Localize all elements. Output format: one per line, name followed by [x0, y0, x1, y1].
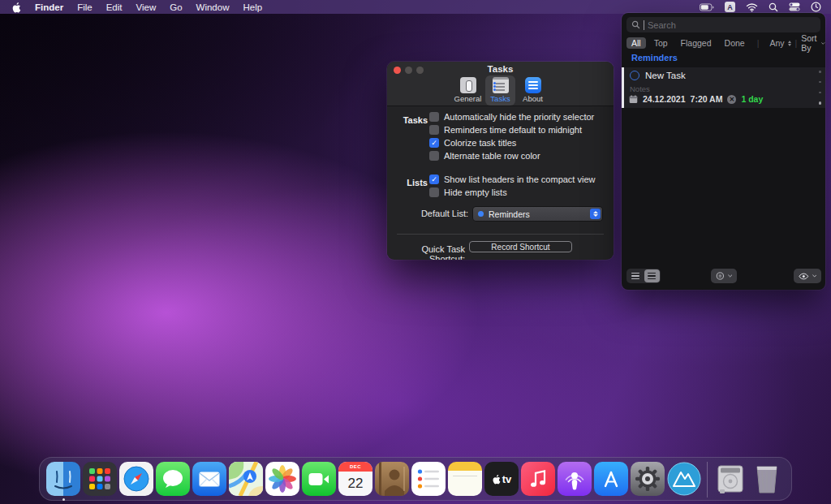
sort-by-button[interactable]: Sort By — [801, 33, 825, 53]
detailed-list-view-button[interactable] — [644, 269, 661, 282]
speech-bubble-icon — [162, 469, 183, 489]
checkbox[interactable] — [429, 187, 439, 197]
priority-dot[interactable] — [819, 101, 822, 105]
input-source-icon[interactable]: A — [725, 2, 735, 13]
priority-dot[interactable] — [819, 71, 821, 73]
tab-tasks[interactable]: Tasks — [485, 75, 515, 106]
video-camera-icon — [308, 472, 329, 486]
dock-music[interactable] — [521, 462, 555, 496]
task-notes-placeholder[interactable]: Notes — [630, 84, 650, 93]
checkbox[interactable] — [429, 174, 439, 184]
any-selector[interactable]: Any — [769, 38, 790, 48]
search-icon — [631, 20, 640, 29]
dock-maps[interactable] — [229, 462, 263, 496]
dock-calendar[interactable]: DEC 22 — [338, 462, 372, 496]
dock-finder[interactable] — [46, 462, 80, 496]
list-header-reminders[interactable]: Reminders — [631, 53, 678, 62]
selection-indicator — [622, 67, 624, 108]
task-row[interactable]: New Task Notes 24.12.2021 7:20 AM ✕ 1 da… — [622, 67, 825, 108]
dock-reminders[interactable] — [411, 462, 446, 496]
option-label: Hide empty lists — [444, 187, 507, 197]
filter-separator: | — [795, 38, 798, 48]
apple-menu-icon[interactable] — [11, 2, 21, 13]
sort-by-label: Sort By — [801, 33, 819, 53]
dock-tv[interactable]: tv — [484, 462, 519, 496]
control-center-icon[interactable] — [789, 2, 800, 13]
menu-window[interactable]: Window — [196, 2, 230, 12]
filter-flagged[interactable]: Flagged — [676, 37, 717, 49]
dock-mail[interactable] — [192, 462, 226, 496]
dock-hard-drive[interactable] — [713, 462, 747, 496]
checkbox[interactable] — [429, 125, 439, 135]
maps-icon — [229, 462, 263, 496]
select-stepper-icon — [590, 209, 601, 219]
option-time-midnight[interactable]: Reminders time default to midnight — [429, 125, 582, 135]
option-colorize-titles[interactable]: Colorize task titles — [429, 138, 516, 148]
apple-logo-icon — [492, 474, 501, 485]
dock-contacts[interactable] — [375, 462, 409, 496]
menu-view[interactable]: View — [136, 2, 157, 12]
menu-edit[interactable]: Edit — [106, 2, 123, 12]
menu-file[interactable]: File — [77, 2, 93, 12]
desktop: Finder File Edit View Go Window Help A — [0, 0, 831, 504]
priority-selector[interactable] — [819, 71, 822, 105]
filter-done[interactable]: Done — [720, 37, 750, 49]
dock-messages[interactable] — [156, 462, 190, 496]
list-icon — [631, 273, 639, 280]
option-hide-priority[interactable]: Automatically hide the priority selector — [429, 112, 594, 122]
menu-app-name[interactable]: Finder — [35, 2, 63, 12]
tasks-icon — [493, 77, 509, 93]
dock-photos[interactable] — [265, 462, 299, 496]
battery-icon[interactable] — [700, 2, 714, 13]
tv-label: tv — [502, 473, 512, 485]
dock-launchpad[interactable] — [83, 462, 117, 496]
spotlight-icon[interactable] — [769, 2, 778, 13]
window-titlebar[interactable]: Tasks General Tasks About — [387, 62, 614, 106]
section-lists-label: Lists — [387, 178, 428, 187]
dock-safari[interactable] — [119, 462, 153, 496]
task-date[interactable]: 24.12.2021 — [643, 94, 686, 104]
option-alternate-rows[interactable]: Alternate table row color — [429, 151, 540, 161]
checkbox[interactable] — [429, 151, 439, 161]
dock-notes[interactable] — [448, 462, 482, 496]
tab-about[interactable]: About — [518, 75, 548, 106]
filter-top[interactable]: Top — [649, 37, 673, 49]
about-icon — [525, 77, 541, 93]
checkbox[interactable] — [429, 138, 439, 148]
compact-list-view-button[interactable] — [627, 269, 644, 282]
record-shortcut-button[interactable]: Record Shortcut — [469, 241, 572, 252]
group-options-button[interactable] — [711, 269, 737, 283]
dock: DEC 22 tv — [39, 457, 792, 501]
general-icon — [460, 77, 476, 93]
option-show-headers[interactable]: Show list headers in the compact view — [429, 174, 595, 184]
priority-dot[interactable] — [819, 92, 821, 94]
task-title[interactable]: New Task — [645, 71, 686, 80]
chevron-down-icon — [812, 274, 816, 278]
task-complete-circle[interactable] — [630, 71, 639, 80]
option-hide-empty[interactable]: Hide empty lists — [429, 187, 507, 197]
menu-help[interactable]: Help — [243, 2, 262, 12]
podcasts-icon — [564, 467, 585, 490]
priority-dot[interactable] — [819, 81, 821, 84]
mountain-app-icon — [667, 462, 701, 496]
dock-tasks-app[interactable] — [667, 462, 701, 496]
dock-facetime[interactable] — [302, 462, 336, 496]
calendar-icon — [629, 95, 638, 104]
dock-trash[interactable] — [750, 462, 784, 496]
any-stepper-icon — [788, 41, 791, 46]
dock-app-store[interactable] — [594, 462, 628, 496]
menu-go[interactable]: Go — [170, 2, 182, 12]
dock-podcasts[interactable] — [558, 462, 592, 496]
wifi-icon[interactable] — [746, 2, 758, 13]
filter-all[interactable]: All — [626, 37, 646, 49]
checkbox[interactable] — [429, 112, 439, 122]
view-options-button[interactable] — [794, 269, 821, 283]
tab-general[interactable]: General — [453, 75, 483, 106]
search-placeholder: Search — [648, 20, 676, 30]
task-time[interactable]: 7:20 AM — [691, 94, 723, 104]
dock-system-preferences[interactable] — [631, 462, 665, 496]
default-list-select[interactable]: Reminders — [473, 207, 602, 221]
clear-date-icon[interactable]: ✕ — [727, 95, 736, 104]
clock-icon[interactable] — [811, 2, 821, 13]
search-field[interactable]: Search — [626, 17, 820, 32]
